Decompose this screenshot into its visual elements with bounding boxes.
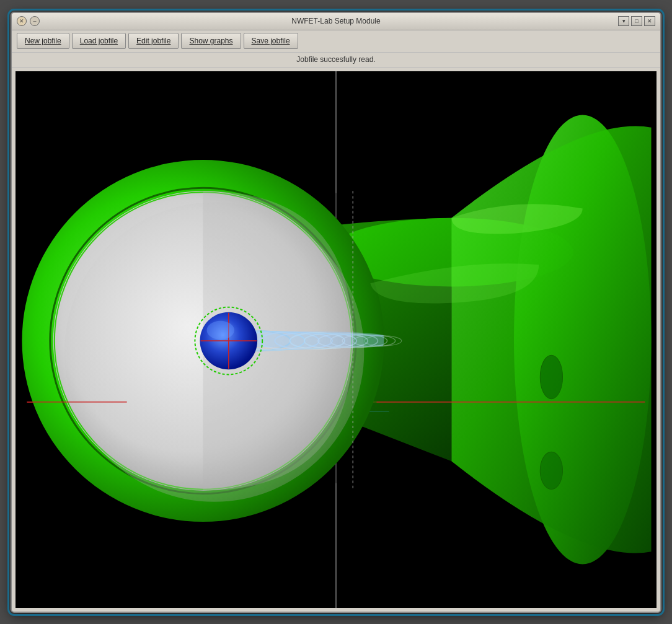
new-jobfile-button[interactable]: New jobfile <box>17 33 69 49</box>
scroll-down-icon[interactable]: ▾ <box>618 16 629 26</box>
toolbar: New jobfile Load jobfile Edit jobfile Sh… <box>12 30 660 53</box>
edit-jobfile-button[interactable]: Edit jobfile <box>128 33 179 49</box>
minimize-icon[interactable]: – <box>30 16 40 26</box>
save-jobfile-button[interactable]: Save jobfile <box>244 33 298 49</box>
svg-point-30 <box>207 320 234 339</box>
close-icon[interactable]: ✕ <box>17 16 27 26</box>
status-message: Jobfile succesfully read. <box>296 55 375 64</box>
title-bar-controls-left: ✕ – <box>17 16 40 26</box>
3d-scene <box>15 71 657 608</box>
restore-icon[interactable]: □ <box>631 16 642 26</box>
show-graphs-button[interactable]: Show graphs <box>181 33 241 49</box>
title-bar-controls-right: ▾ □ ✕ <box>618 16 655 26</box>
window-close-icon[interactable]: ✕ <box>644 16 655 26</box>
window-title: NWFET-Lab Setup Module <box>291 17 380 25</box>
status-bar: Jobfile succesfully read. <box>12 53 660 68</box>
svg-point-31 <box>540 355 562 398</box>
svg-point-32 <box>540 452 562 489</box>
title-bar: ✕ – NWFET-Lab Setup Module ▾ □ ✕ <box>12 13 660 30</box>
3d-viewport[interactable] <box>15 71 657 608</box>
main-window: ✕ – NWFET-Lab Setup Module ▾ □ ✕ New job… <box>11 12 661 613</box>
load-jobfile-button[interactable]: Load jobfile <box>72 33 126 49</box>
